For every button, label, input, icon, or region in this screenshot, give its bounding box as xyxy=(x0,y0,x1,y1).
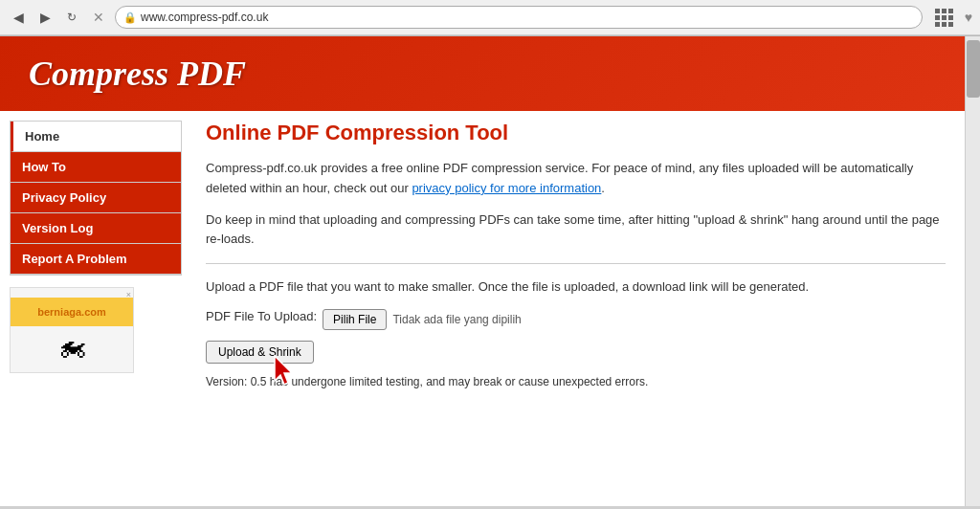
intro-paragraph: Compress-pdf.co.uk provides a free onlin… xyxy=(206,159,946,199)
sidebar-item-howto[interactable]: How To xyxy=(11,152,181,183)
choose-file-button[interactable]: Pilih File xyxy=(323,309,387,330)
stop-button[interactable]: ✕ xyxy=(88,7,109,28)
divider xyxy=(206,263,946,264)
address-bar[interactable]: 🔒 www.compress-pdf.co.uk xyxy=(115,6,923,29)
bookmark-icon[interactable]: ♥ xyxy=(965,10,972,25)
main-layout: Home How To Privacy Policy Version Log R… xyxy=(0,111,965,494)
back-button[interactable]: ◀ xyxy=(8,7,29,28)
cursor-arrow-icon xyxy=(267,354,305,392)
sidebar-item-home[interactable]: Home xyxy=(11,122,181,152)
sidebar-item-version[interactable]: Version Log xyxy=(11,213,181,244)
info-paragraph: Do keep in mind that uploading and compr… xyxy=(206,210,946,251)
sidebar: Home How To Privacy Policy Version Log R… xyxy=(10,121,191,484)
ad-banner: berniaga.com xyxy=(11,298,133,326)
intro-text-end: . xyxy=(601,181,605,195)
page-content: Compress PDF Home How To Privacy Policy … xyxy=(0,36,965,506)
ad-brand: berniaga.com xyxy=(37,306,106,318)
apps-button[interactable] xyxy=(934,7,955,28)
upload-button-row: Upload & Shrink xyxy=(206,341,946,364)
forward-button[interactable]: ▶ xyxy=(34,7,56,28)
sidebar-nav: Home How To Privacy Policy Version Log R… xyxy=(10,121,182,276)
svg-marker-0 xyxy=(275,356,292,385)
site-title: Compress PDF xyxy=(29,54,936,94)
url-text: www.compress-pdf.co.uk xyxy=(141,11,268,24)
ad-image: 🏍 xyxy=(57,330,86,363)
scrollbar-thumb[interactable] xyxy=(967,40,980,98)
upload-label: PDF File To Upload: xyxy=(206,309,317,323)
page-title: Online PDF Compression Tool xyxy=(206,121,946,145)
sidebar-item-report[interactable]: Report A Problem xyxy=(11,244,181,275)
content-area: Online PDF Compression Tool Compress-pdf… xyxy=(191,121,955,484)
no-file-text: Tidak ada file yang dipilih xyxy=(392,313,521,326)
file-input-row: PDF File To Upload: Pilih File Tidak ada… xyxy=(206,309,946,331)
ad-close-label: × xyxy=(126,290,131,299)
advertisement-box: × berniaga.com 🏍 xyxy=(10,287,134,373)
site-header: Compress PDF xyxy=(0,36,965,111)
reload-button[interactable]: ↻ xyxy=(61,7,82,28)
browser-chrome: ◀ ▶ ↻ ✕ 🔒 www.compress-pdf.co.uk ♥ xyxy=(0,0,980,36)
privacy-link[interactable]: privacy policy for more information xyxy=(412,181,601,195)
upload-section: PDF File To Upload: Pilih File Tidak ada… xyxy=(206,309,946,388)
sidebar-item-privacy[interactable]: Privacy Policy xyxy=(11,183,181,213)
lock-icon: 🔒 xyxy=(123,11,137,24)
version-text: Version: 0.5 has undergone limited testi… xyxy=(206,375,946,388)
scrollbar-track[interactable] xyxy=(965,36,980,506)
browser-body: Compress PDF Home How To Privacy Policy … xyxy=(0,36,980,506)
upload-description: Upload a PDF file that you want to make … xyxy=(206,277,946,298)
apps-grid-icon xyxy=(935,9,953,27)
browser-toolbar: ◀ ▶ ↻ ✕ 🔒 www.compress-pdf.co.uk ♥ xyxy=(0,0,980,35)
